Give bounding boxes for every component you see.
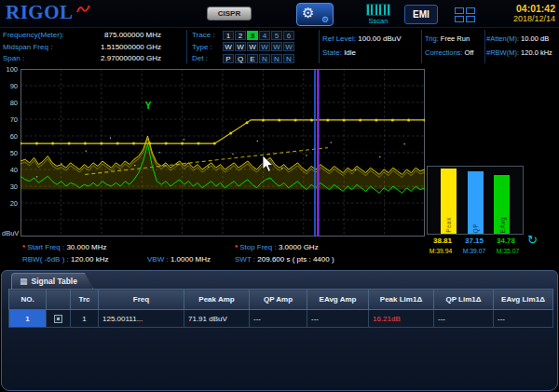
meter-frequency-row: Frequency(Meter): 875.000000 MHz: [3, 30, 161, 42]
trace-panel: Trace :123456 Type :WWWWWW Det :PQENNN: [192, 30, 317, 65]
rbw-m-row: #RBW(M): 120.0 kHz: [486, 46, 558, 60]
col-peak-amp: Peak Amp: [184, 290, 250, 310]
trace-2[interactable]: 2: [235, 31, 246, 40]
type-row: Type :WWWWWW: [192, 42, 317, 54]
col-trc: Trc: [71, 290, 99, 310]
y-axis-unit: dBuV: [2, 229, 19, 237]
det-6: N: [283, 54, 294, 63]
divider: [319, 30, 320, 63]
meter-bar-peak-label: Peak: [445, 217, 452, 233]
cell-no[interactable]: 1: [9, 310, 47, 328]
signal-table-row[interactable]: 1 1 125.00111... 71.91 dBuV --- --- 16.2…: [9, 310, 553, 328]
meter-value-eavg: 34.78: [490, 237, 522, 245]
window-squares-icon: [455, 7, 475, 22]
cell-qp-amp: ---: [250, 310, 307, 328]
trace-5[interactable]: 5: [271, 31, 282, 40]
stop-freq: *Stop Freq : 3.0000 GHz: [235, 243, 319, 251]
level-panel: Ref Level: 100.00 dBuV State: Idle: [322, 32, 421, 60]
emi-mode-button[interactable]: EMI: [404, 5, 438, 24]
sscan-bars-icon: [367, 5, 389, 15]
settings-gear-button[interactable]: ⚙ ⚙: [296, 3, 334, 26]
continuous-sweep-icon: ↻: [527, 233, 538, 247]
meter-bar-qp: QP: [468, 171, 484, 234]
col-freq: Freq: [99, 290, 184, 310]
col-check: [47, 290, 71, 310]
time-display: 04:01:42: [513, 3, 555, 14]
col-eavg-lim: EAvg Lim1Δ: [494, 290, 553, 310]
det-5: N: [271, 54, 282, 63]
col-peak-lim: Peak Lim1Δ: [369, 290, 434, 310]
meter-max-qp: M:39.07: [457, 248, 491, 254]
clock: 04:01:42 2018/12/14: [513, 3, 555, 23]
y-axis-label: 20: [10, 199, 18, 208]
col-qp-lim: QP Lim1Δ: [434, 290, 494, 310]
type-1: W: [223, 42, 234, 51]
atten-row: #Atten(M): 10.00 dB: [486, 32, 558, 46]
meter-values: 38.81 37.15 34.78: [427, 237, 524, 245]
start-freq: *Start Freq : 30.000 MHz: [22, 243, 107, 251]
trig-row: Trig: Free Run: [425, 32, 483, 46]
trace-6[interactable]: 6: [283, 31, 294, 40]
divider: [186, 30, 187, 63]
meter-value-qp: 37.15: [458, 237, 490, 245]
cispr-button[interactable]: CISPR: [207, 7, 252, 20]
vbw-info: VBW : 1.0000 MHz: [147, 255, 211, 264]
type-3: W: [247, 42, 258, 51]
type-4: W: [259, 42, 270, 51]
det-row: Det :PQENNN: [192, 53, 317, 65]
cell-trc: 1: [71, 310, 99, 328]
display-layout-button[interactable]: [446, 5, 484, 24]
cell-check[interactable]: [47, 310, 71, 328]
state-row: State: Idle: [322, 46, 421, 60]
gear-small-icon: ⚙: [321, 16, 329, 24]
det-2: Q: [235, 54, 246, 63]
y-axis-label: 80: [10, 99, 18, 107]
trace-1[interactable]: 1: [223, 31, 234, 40]
det-4: N: [259, 54, 270, 63]
y-axis-label: 70: [10, 115, 18, 124]
atten-panel: #Atten(M): 10.00 dB #RBW(M): 120.0 kHz: [486, 32, 558, 60]
trigger-panel: Trig: Free Run Corrections: Off: [425, 32, 483, 60]
sscan-button[interactable]: Sscan: [356, 3, 401, 27]
corrections-row: Corrections: Off: [425, 46, 483, 60]
y-axis-label: 90: [10, 82, 18, 90]
meter-bar-qp-label: QP: [472, 223, 479, 233]
meter-bar-peak: Peak: [441, 169, 457, 234]
signal-table: NO. Trc Freq Peak Amp QP Amp EAvg Amp Pe…: [8, 289, 553, 328]
coupled-marker-icon: *: [22, 243, 25, 251]
y-axis-label: 100: [6, 65, 18, 74]
cell-peak-lim: 16.21dB: [369, 310, 434, 328]
rbw-info: RBW( -6dB ) : 120.00 kHz: [22, 255, 108, 264]
cell-freq: 125.00111...: [99, 310, 184, 328]
det-3: E: [247, 54, 258, 63]
mouse-cursor-icon: [262, 155, 275, 173]
cell-peak-amp: 71.91 dBuV: [184, 310, 250, 328]
col-no: NO.: [9, 290, 47, 310]
top-bar: RIGOL CISPR ⚙ ⚙ Sscan EMI 04:01:42 2018/…: [0, 0, 559, 28]
cell-qp-lim: ---: [434, 310, 494, 328]
meter-max-peak: M:39.94: [424, 248, 457, 254]
cell-eavg-amp: ---: [307, 310, 369, 328]
meter-max-eavg: M:35.07: [491, 248, 525, 254]
ref-level-row: Ref Level: 100.00 dBuV: [322, 32, 421, 46]
trace-4[interactable]: 4: [259, 31, 270, 40]
coupled-marker-icon: *: [235, 243, 238, 251]
midspan-freq-row: Midspan Freq : 1.515000000 GHz: [3, 42, 161, 54]
col-qp-amp: QP Amp: [250, 290, 307, 310]
divider: [421, 30, 422, 63]
meter-bar-eavg-label: EAvg: [498, 217, 505, 233]
signal-table-tab[interactable]: ▦ Signal Table: [11, 273, 93, 289]
span-row: Span : 2.970000000 GHz: [3, 53, 161, 65]
meter-max-values: M:39.94 M:39.07 M:35.07: [424, 248, 526, 254]
frequency-panel: Frequency(Meter): 875.000000 MHz Midspan…: [3, 30, 161, 65]
trace-3-active[interactable]: 3: [247, 31, 258, 40]
spectrum-display: Y: [20, 69, 425, 237]
y-axis-labels: 1009080706050403020: [0, 0, 19, 242]
date-display: 2018/12/14: [513, 14, 555, 23]
type-2: W: [235, 42, 246, 51]
meter-bars-panel: Peak QP EAvg: [427, 166, 524, 235]
rigol-wave-icon: [75, 4, 90, 15]
signal-table-header: NO. Trc Freq Peak Amp QP Amp EAvg Amp Pe…: [9, 290, 553, 310]
y-axis-label: 40: [10, 166, 18, 174]
checkbox-icon[interactable]: [54, 315, 62, 323]
